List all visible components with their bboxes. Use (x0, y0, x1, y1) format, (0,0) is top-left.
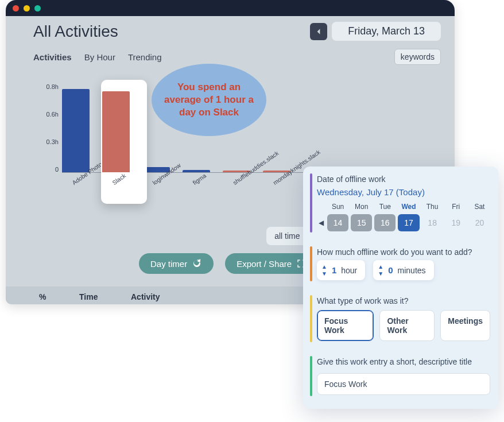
popup-duration-section: How much offline work do you want to add… (303, 239, 498, 288)
day-cell[interactable]: 15 (351, 214, 372, 231)
work-type-option[interactable]: Meetings (440, 310, 490, 341)
close-window-icon[interactable] (13, 5, 19, 11)
day-cell[interactable]: 17 (398, 214, 419, 231)
tab-trending[interactable]: Trending (128, 52, 162, 62)
annotation-bubble: You spend an average of 1 hour a day on … (152, 64, 266, 136)
header: All Activities Friday, March 13 (6, 16, 455, 44)
type-label: What type of work was it? (317, 296, 490, 305)
minutes-unit: minutes (398, 266, 426, 275)
current-date[interactable]: Friday, March 13 (332, 22, 441, 41)
type-options: Focus WorkOther WorkMeetings (317, 310, 490, 341)
dow-label: Thu (422, 203, 443, 211)
day-cell[interactable]: 14 (327, 214, 348, 231)
col-percent: % (39, 292, 79, 301)
day-cell[interactable]: 18 (422, 214, 443, 231)
stepper-arrows-icon[interactable]: ▲▼ (378, 264, 383, 277)
duration-label: How much offline work do you want to add… (317, 247, 490, 257)
tabs: Activities By Hour Trending keywords (6, 44, 455, 65)
dow-label: Sun (327, 203, 348, 211)
offline-work-popup: Date of offline work Wednesday, July 17 … (303, 167, 498, 409)
week-prev-button[interactable]: ◀ (317, 219, 325, 227)
y-tick: 0 (55, 167, 59, 173)
export-label: Export / Share (237, 259, 292, 269)
hours-stepper[interactable]: ▲▼ 1 hour (317, 260, 365, 280)
date-prev-button[interactable] (310, 23, 327, 40)
chart-y-axis: 0.8h 0.6h 0.3h 0 (33, 69, 59, 173)
hours-unit: hour (341, 266, 357, 275)
filter-all-time[interactable]: all time (269, 229, 305, 243)
refresh-icon (192, 258, 202, 269)
dow-label: Wed (398, 203, 419, 211)
work-type-option[interactable]: Other Work (379, 310, 435, 341)
col-time: Time (79, 292, 131, 301)
day-timer-button[interactable]: Day timer (139, 253, 214, 274)
page-title: All Activities (33, 22, 118, 41)
tab-by-hour[interactable]: By Hour (84, 52, 115, 62)
dow-label: Sat (469, 203, 490, 211)
keywords-button[interactable]: keywords (394, 49, 441, 65)
day-timer-label: Day timer (150, 259, 187, 269)
popup-date-section: Date of offline work Wednesday, July 17 … (303, 167, 498, 239)
y-tick: 0.6h (46, 111, 59, 118)
y-tick: 0.3h (46, 139, 59, 145)
dow-label: Tue (374, 203, 396, 211)
minutes-value: 0 (388, 265, 393, 275)
hours-value: 1 (332, 265, 336, 275)
maximize-window-icon[interactable] (34, 5, 41, 11)
popup-type-section: What type of work was it? Focus WorkOthe… (303, 288, 498, 349)
title-label: Give this work entry a short, descriptiv… (317, 357, 490, 366)
week-days: 14151617181920 (327, 214, 490, 231)
popup-title-section: Give this work entry a short, descriptiv… (303, 349, 498, 403)
work-type-option[interactable]: Focus Work (317, 310, 374, 341)
tab-activities[interactable]: Activities (33, 52, 72, 62)
stepper-arrows-icon[interactable]: ▲▼ (321, 264, 327, 277)
window-titlebar (6, 0, 455, 16)
dow-label: Fri (445, 203, 467, 211)
dow-label: Mon (351, 203, 372, 211)
day-cell[interactable]: 16 (374, 214, 396, 231)
week-day-headers: SunMonTueWedThuFriSat (327, 203, 490, 211)
date-label: Date of offline work (317, 175, 490, 184)
minutes-stepper[interactable]: ▲▼ 0 minutes (373, 260, 433, 280)
day-cell[interactable]: 20 (469, 214, 490, 231)
title-input[interactable] (317, 373, 490, 395)
y-tick: 0.8h (46, 84, 59, 90)
day-cell[interactable]: 19 (445, 214, 467, 231)
selected-date[interactable]: Wednesday, July 17 (Today) (317, 187, 490, 197)
date-nav: Friday, March 13 (310, 22, 441, 41)
minimize-window-icon[interactable] (24, 5, 30, 11)
